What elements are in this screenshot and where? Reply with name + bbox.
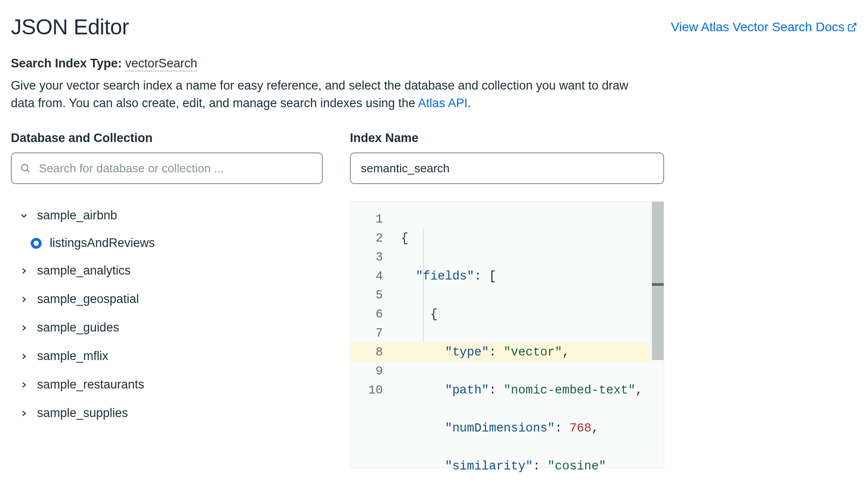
description-text: Give your vector search index a name for…	[11, 77, 653, 112]
svg-point-0	[22, 165, 28, 171]
collection-item-listingsAndReviews[interactable]: listingsAndReviews	[11, 230, 323, 256]
svg-line-1	[27, 170, 29, 172]
db-collection-label: Database and Collection	[11, 131, 323, 145]
database-item-sample_airbnb[interactable]: sample_airbnb	[11, 201, 323, 230]
chevron-down-icon	[19, 211, 29, 221]
database-item-sample_guides[interactable]: sample_guides	[11, 313, 323, 342]
index-name-label: Index Name	[350, 131, 664, 145]
docs-link[interactable]: View Atlas Vector Search Docs	[671, 20, 857, 34]
database-label: sample_geospatial	[37, 292, 139, 306]
index-name-input[interactable]	[350, 152, 664, 184]
database-label: sample_analytics	[37, 264, 131, 278]
database-item-sample_geospatial[interactable]: sample_geospatial	[11, 285, 323, 313]
chevron-right-icon	[19, 380, 29, 390]
editor-gutter: 12345678910	[350, 210, 390, 400]
external-link-icon	[847, 22, 857, 32]
editor-scrollbar[interactable]	[652, 202, 664, 360]
database-item-sample_supplies[interactable]: sample_supplies	[11, 399, 323, 427]
database-label: sample_guides	[37, 321, 119, 335]
json-editor[interactable]: 12345678910 { "fields": [ { "type": "vec…	[350, 201, 664, 468]
database-item-sample_restaurants[interactable]: sample_restaurants	[11, 370, 323, 399]
editor-scrollbar-thumb[interactable]	[652, 283, 664, 286]
search-input[interactable]	[11, 152, 323, 184]
database-item-sample_mflix[interactable]: sample_mflix	[11, 342, 323, 370]
line-number: 5	[350, 286, 383, 305]
database-label: sample_mflix	[37, 349, 108, 363]
radio-selected-icon	[31, 238, 42, 249]
search-icon	[20, 163, 31, 174]
chevron-right-icon	[19, 294, 29, 304]
line-number: 2	[350, 229, 383, 248]
docs-link-label: View Atlas Vector Search Docs	[671, 20, 844, 34]
chevron-right-icon	[19, 408, 29, 418]
chevron-right-icon	[19, 351, 29, 361]
database-label: sample_airbnb	[37, 209, 117, 223]
atlas-api-link[interactable]: Atlas API	[418, 96, 468, 110]
collection-label: listingsAndReviews	[50, 236, 155, 250]
database-label: sample_restaurants	[37, 378, 144, 392]
database-label: sample_supplies	[37, 406, 128, 420]
line-number: 3	[350, 248, 383, 267]
index-type-value[interactable]: vectorSearch	[125, 57, 197, 71]
line-number: 10	[350, 381, 383, 400]
database-tree: sample_airbnblistingsAndReviewssample_an…	[11, 197, 323, 427]
database-item-sample_analytics[interactable]: sample_analytics	[11, 256, 323, 285]
index-type-row: Search Index Type: vectorSearch	[11, 57, 857, 71]
line-number: 4	[350, 267, 383, 286]
chevron-right-icon	[19, 266, 29, 276]
chevron-right-icon	[19, 323, 29, 333]
index-type-label: Search Index Type:	[11, 57, 125, 70]
line-number: 6	[350, 305, 383, 324]
editor-code[interactable]: { "fields": [ { "type": "vector", "path"…	[401, 210, 650, 493]
line-number: 8	[350, 343, 383, 362]
line-number: 7	[350, 324, 383, 343]
page-title: JSON Editor	[11, 14, 129, 39]
line-number: 1	[350, 210, 383, 229]
line-number: 9	[350, 362, 383, 381]
